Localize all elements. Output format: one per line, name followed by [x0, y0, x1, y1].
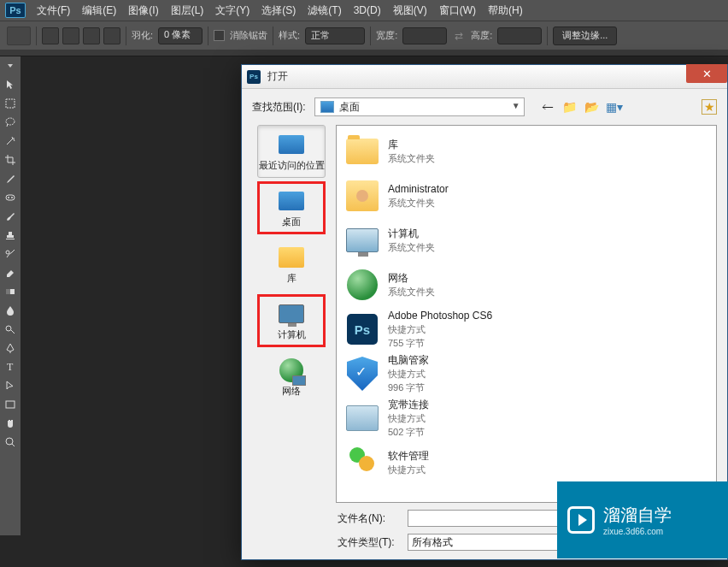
history-brush-tool-icon[interactable]	[0, 245, 21, 263]
sidebar-item-libraries[interactable]: 库	[257, 238, 326, 291]
magic-wand-tool-icon[interactable]	[0, 132, 21, 151]
list-item[interactable]: 计算机系统文件夹	[340, 218, 713, 263]
eyedropper-tool-icon[interactable]	[0, 169, 21, 188]
folder-icon	[346, 139, 379, 164]
network-icon	[347, 269, 378, 300]
recent-icon	[279, 135, 304, 154]
svg-rect-0	[6, 99, 15, 108]
rectangle-tool-icon[interactable]	[0, 395, 21, 414]
zoom-tool-icon[interactable]	[0, 433, 21, 452]
hand-tool-icon[interactable]	[0, 414, 21, 433]
separator	[547, 27, 548, 45]
pen-tool-icon[interactable]	[0, 339, 21, 357]
svg-point-11	[6, 438, 13, 445]
close-button[interactable]: ✕	[686, 64, 727, 83]
healing-tool-icon[interactable]	[0, 188, 21, 207]
style-select[interactable]: 正常	[305, 27, 365, 44]
list-item[interactable]: 库系统文件夹	[340, 129, 713, 174]
blur-tool-icon[interactable]	[0, 301, 21, 320]
menu-type[interactable]: 文字(Y)	[209, 1, 255, 21]
dialog-titlebar[interactable]: Ps 打开 ✕	[242, 65, 727, 89]
list-item[interactable]: Ps Adobe Photoshop CS6快捷方式755 字节	[340, 307, 713, 351]
file-sub: 系统文件夹	[388, 196, 449, 210]
menu-window[interactable]: 窗口(W)	[433, 1, 482, 21]
sidebar-item-recent[interactable]: 最近访问的位置	[257, 125, 326, 178]
menu-filter[interactable]: 滤镜(T)	[302, 1, 347, 21]
marquee-tool-icon[interactable]	[0, 94, 21, 113]
menu-file[interactable]: 文件(F)	[31, 1, 76, 21]
crop-tool-icon[interactable]	[0, 151, 21, 169]
file-sub: 快捷方式	[388, 322, 492, 336]
sel-new-button[interactable]	[42, 27, 59, 44]
sidebar-item-label: 计算机	[278, 328, 306, 341]
computer-icon	[279, 304, 304, 323]
lasso-tool-icon[interactable]	[0, 113, 21, 132]
separator	[370, 27, 371, 45]
filename-label: 文件名(N):	[338, 511, 397, 526]
svg-rect-10	[6, 401, 15, 408]
menu-view[interactable]: 视图(V)	[387, 1, 433, 21]
places-sidebar: 最近访问的位置 桌面 库 计算机 网络	[252, 125, 331, 503]
desktop-icon	[320, 101, 334, 113]
tools-panel: T	[0, 56, 21, 535]
type-tool-icon[interactable]: T	[0, 357, 21, 376]
sel-int-button[interactable]	[103, 27, 120, 44]
back-button[interactable]: 🡐	[540, 99, 555, 115]
separator	[126, 27, 126, 45]
sel-add-button[interactable]	[62, 27, 79, 44]
network-icon	[279, 358, 303, 382]
list-item[interactable]: 软件管理快捷方式	[340, 440, 713, 485]
width-input[interactable]	[402, 27, 447, 44]
list-item[interactable]: 电脑管家快捷方式996 字节	[340, 351, 713, 396]
new-folder-button[interactable]: 📂	[584, 99, 600, 115]
file-sub: 系统文件夹	[388, 285, 435, 298]
menu-help[interactable]: 帮助(H)	[482, 1, 529, 21]
view-menu-button[interactable]: ▦▾	[607, 99, 622, 115]
svg-point-5	[6, 251, 9, 254]
dodge-tool-icon[interactable]	[0, 320, 21, 339]
swap-wh-icon[interactable]: ⇄	[452, 29, 466, 43]
menu-layer[interactable]: 图层(L)	[165, 1, 210, 21]
list-item[interactable]: Administrator系统文件夹	[340, 174, 713, 218]
up-button[interactable]: 📁	[562, 99, 578, 115]
sidebar-item-network[interactable]: 网络	[257, 351, 326, 404]
file-name: Adobe Photoshop CS6	[388, 309, 492, 322]
move-tool-icon[interactable]	[0, 75, 21, 94]
brush-tool-icon[interactable]	[0, 207, 21, 226]
stamp-tool-icon[interactable]	[0, 226, 21, 245]
user-folder-icon	[346, 180, 379, 211]
antialias-checkbox[interactable]	[214, 30, 225, 41]
shield-app-icon	[347, 357, 378, 391]
menu-image[interactable]: 图像(I)	[122, 1, 164, 21]
minimize-tools-icon[interactable]	[0, 56, 21, 75]
menu-select[interactable]: 选择(S)	[255, 1, 302, 21]
height-input[interactable]	[497, 27, 542, 44]
feather-input[interactable]: 0 像素	[158, 27, 203, 44]
look-in-combo[interactable]: 桌面 ▼	[314, 97, 525, 116]
svg-text:T: T	[7, 361, 14, 373]
tool-preset-picker[interactable]	[7, 27, 31, 45]
watermark-overlay: 溜溜自学 zixue.3d66.com	[557, 481, 728, 558]
menu-edit[interactable]: 编辑(E)	[76, 1, 122, 21]
sidebar-item-label: 桌面	[282, 216, 301, 228]
ps-app-icon: Ps	[347, 314, 378, 345]
file-size: 502 字节	[388, 425, 429, 439]
menu-3d[interactable]: 3D(D)	[348, 2, 387, 19]
file-name: 库	[388, 138, 435, 151]
path-select-tool-icon[interactable]	[0, 376, 21, 395]
favorites-button[interactable]: ★	[702, 99, 717, 115]
sidebar-item-desktop[interactable]: 桌面	[257, 181, 326, 234]
separator	[273, 27, 273, 45]
style-label: 样式:	[279, 29, 300, 42]
sidebar-item-computer[interactable]: 计算机	[257, 294, 326, 347]
libraries-icon	[279, 247, 304, 268]
list-item[interactable]: 网络系统文件夹	[340, 263, 713, 307]
gradient-tool-icon[interactable]	[0, 282, 21, 301]
refine-edge-button[interactable]: 调整边缘...	[553, 27, 617, 45]
sel-sub-button[interactable]	[83, 27, 100, 44]
list-item[interactable]: 宽带连接快捷方式502 字节	[340, 396, 713, 440]
file-list[interactable]: 库系统文件夹 Administrator系统文件夹 计算机系统文件夹 网络系统文…	[336, 125, 717, 503]
eraser-tool-icon[interactable]	[0, 263, 21, 282]
svg-point-4	[11, 197, 13, 198]
sidebar-item-label: 最近访问的位置	[259, 159, 325, 172]
